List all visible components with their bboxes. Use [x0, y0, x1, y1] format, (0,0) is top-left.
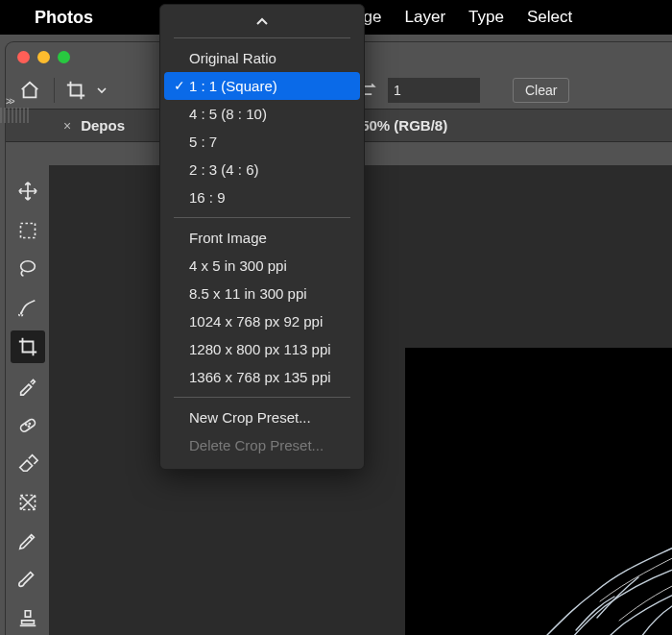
crop-height-field[interactable]	[388, 78, 480, 103]
lightning-graphic	[422, 510, 672, 635]
clear-button[interactable]: Clear	[513, 78, 569, 103]
move-icon	[17, 181, 38, 202]
eyedropper-tool[interactable]	[11, 369, 45, 402]
dropdown-divider	[174, 217, 350, 218]
quick-selection-icon	[17, 297, 38, 318]
dropdown-item-1280x800-113[interactable]: 1280 x 800 px 113 ppi	[160, 335, 364, 363]
crop-tool[interactable]	[11, 330, 45, 363]
document-tab-title-left[interactable]: Depos	[81, 117, 125, 134]
dropdown-item-4x5-300[interactable]: 4 x 5 in 300 ppi	[160, 252, 364, 280]
dropdown-delete-crop-preset: Delete Crop Preset...	[160, 431, 364, 459]
dropdown-item-label: 1 : 1 (Square)	[189, 78, 277, 94]
svg-rect-0	[20, 223, 35, 237]
menubar-item-layer[interactable]: Layer	[405, 8, 446, 27]
menubar-item-type[interactable]: Type	[468, 8, 504, 27]
tab-close-button[interactable]: ×	[63, 118, 71, 134]
window-maximize-button[interactable]	[58, 51, 70, 63]
dropdown-divider	[174, 37, 350, 38]
dropdown-front-image[interactable]: Front Image	[160, 224, 364, 252]
eraser-icon	[17, 452, 38, 474]
chevron-down-icon[interactable]	[97, 85, 107, 95]
crop-aspect-dropdown: Original Ratio ✓ 1 : 1 (Square) 4 : 5 (8…	[159, 4, 365, 470]
svg-point-5	[28, 426, 29, 427]
crop-icon	[17, 336, 38, 357]
stamp-icon	[17, 608, 38, 629]
dropdown-original-ratio[interactable]: Original Ratio	[160, 44, 364, 72]
crop-preset-dropdown-button[interactable]	[64, 79, 87, 102]
dropdown-new-crop-preset[interactable]: New Crop Preset...	[160, 403, 364, 431]
marquee-tool[interactable]	[11, 213, 45, 246]
dropdown-item-2-3[interactable]: 2 : 3 (4 : 6)	[160, 156, 364, 183]
lasso-icon	[17, 258, 38, 280]
window-close-button[interactable]	[17, 51, 30, 63]
menubar-item-select[interactable]: Select	[527, 8, 572, 27]
crop-icon	[65, 80, 86, 101]
move-tool[interactable]	[11, 175, 45, 208]
brush-icon	[17, 569, 38, 590]
panel-dock-grip[interactable]	[0, 108, 31, 123]
frame-tool[interactable]	[11, 485, 45, 518]
window-minimize-button[interactable]	[37, 51, 50, 63]
svg-point-6	[29, 423, 30, 424]
pen-icon	[17, 530, 38, 551]
dropdown-divider	[174, 397, 350, 398]
menubar-app-name[interactable]: Photos	[35, 8, 93, 28]
marquee-icon	[18, 221, 37, 240]
dropdown-item-1366x768-135[interactable]: 1366 x 768 px 135 ppi	[160, 363, 364, 391]
frame-icon	[18, 493, 37, 512]
document-canvas[interactable]	[405, 348, 672, 635]
check-icon: ✓	[174, 78, 185, 93]
healing-brush-tool[interactable]	[11, 408, 45, 441]
dropdown-item-85x11-300[interactable]: 8.5 x 11 in 300 ppi	[160, 280, 364, 307]
dropdown-item-1-1-square[interactable]: ✓ 1 : 1 (Square)	[164, 72, 360, 100]
chevron-up-icon	[255, 16, 269, 26]
brush-tool[interactable]	[11, 563, 45, 596]
dropdown-item-5-7[interactable]: 5 : 7	[160, 128, 364, 156]
svg-point-1	[20, 261, 35, 272]
clone-stamp-tool[interactable]	[11, 602, 45, 635]
quick-selection-tool[interactable]	[11, 291, 45, 324]
pen-tool[interactable]	[11, 525, 45, 557]
eyedropper-icon	[17, 375, 38, 396]
eraser-tool[interactable]	[11, 447, 45, 479]
svg-point-4	[25, 424, 26, 425]
panel-dock-overflow[interactable]: >>	[6, 96, 29, 106]
dropdown-item-4-5[interactable]: 4 : 5 (8 : 10)	[160, 100, 364, 128]
options-separator	[54, 78, 55, 103]
dropdown-scroll-up[interactable]	[160, 11, 364, 32]
bandaid-icon	[17, 414, 38, 435]
tool-strip	[6, 165, 50, 635]
lasso-tool[interactable]	[11, 253, 45, 285]
dropdown-item-1024x768-92[interactable]: 1024 x 768 px 92 ppi	[160, 307, 364, 335]
dropdown-item-16-9[interactable]: 16 : 9	[160, 183, 364, 211]
